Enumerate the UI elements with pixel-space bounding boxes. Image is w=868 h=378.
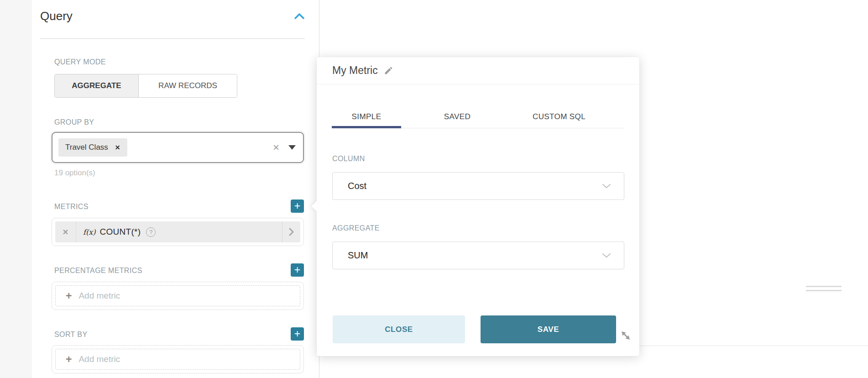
chevron-down-icon	[602, 253, 611, 258]
chevron-up-icon	[294, 13, 305, 20]
active-tab-indicator	[332, 126, 401, 128]
metrics-label: METRICS	[54, 203, 89, 211]
section-divider	[40, 38, 305, 39]
metrics-container: ✕ f(x) COUNT(*) ?	[52, 218, 304, 246]
metric-edit-popover: My Metric SIMPLE SAVED CUSTOM SQL COLUMN…	[317, 57, 639, 356]
tab-custom-sql[interactable]: CUSTOM SQL	[513, 105, 605, 128]
left-gutter	[0, 0, 32, 378]
group-by-label: GROUP BY	[54, 118, 94, 126]
edit-title-button[interactable]	[384, 66, 393, 75]
metric-name: COUNT(*)	[99, 227, 141, 237]
popover-header: My Metric	[317, 57, 639, 84]
query-section-header: Query	[40, 9, 305, 23]
dropdown-caret-icon[interactable]	[288, 145, 296, 150]
resize-popover-handle[interactable]	[619, 329, 632, 342]
percentage-metrics-container: + Add metric	[52, 282, 304, 310]
add-metric-placeholder: Add metric	[78, 354, 120, 364]
remove-metric-icon[interactable]: ✕	[55, 221, 76, 242]
page-title: Query	[40, 9, 73, 23]
tab-simple[interactable]: SIMPLE	[332, 105, 401, 128]
metric-title: My Metric	[332, 64, 378, 77]
chevron-down-icon	[602, 184, 611, 189]
sort-by-label: SORT BY	[54, 331, 87, 339]
add-metric-placeholder: Add metric	[78, 291, 120, 301]
add-percentage-metric-plus-button[interactable]: +	[291, 263, 304, 277]
expand-metric-button[interactable]	[282, 221, 300, 242]
plus-icon: +	[66, 290, 72, 302]
raw-records-mode-button[interactable]: RAW RECORDS	[139, 74, 237, 97]
metric-pill-body[interactable]: f(x) COUNT(*) ?	[76, 221, 282, 242]
aggregate-value: SUM	[348, 250, 368, 261]
tag-label: Travel Class	[65, 143, 108, 152]
chevron-right-icon	[289, 228, 294, 236]
collapse-section-button[interactable]	[294, 13, 305, 20]
add-percentage-metric-button[interactable]: + Add metric	[55, 285, 300, 306]
group-by-select[interactable]: Travel Class ✕ ×	[52, 132, 304, 163]
remove-tag-icon[interactable]: ✕	[115, 144, 120, 151]
options-count-hint: 19 option(s)	[54, 168, 95, 178]
query-mode-label: QUERY MODE	[54, 58, 106, 66]
add-metric-plus-button[interactable]: +	[291, 200, 304, 213]
plus-icon: +	[66, 353, 72, 366]
diagonal-resize-icon	[619, 329, 632, 342]
metric-tabs: SIMPLE SAVED CUSTOM SQL	[332, 105, 624, 128]
selected-option-tag: Travel Class ✕	[58, 138, 127, 157]
aggregate-mode-button[interactable]: AGGREGATE	[55, 74, 139, 97]
close-button[interactable]: CLOSE	[333, 315, 465, 343]
pencil-icon	[384, 66, 393, 75]
pane-drag-handle[interactable]	[806, 286, 842, 294]
save-button[interactable]: SAVE	[481, 315, 616, 343]
query-mode-toggle: AGGREGATE RAW RECORDS	[54, 74, 237, 98]
metric-pill: ✕ f(x) COUNT(*) ?	[55, 221, 300, 242]
add-sort-metric-button[interactable]: + Add metric	[55, 349, 300, 370]
drag-handle-bar	[806, 286, 842, 287]
percentage-metrics-label: PERCENTAGE METRICS	[54, 267, 142, 275]
column-label: COLUMN	[332, 155, 365, 163]
help-icon[interactable]: ?	[146, 227, 156, 237]
sort-by-container: + Add metric	[52, 345, 304, 373]
tab-saved[interactable]: SAVED	[423, 105, 492, 128]
select-controls: ×	[273, 142, 296, 153]
function-icon: f(x)	[83, 228, 95, 236]
add-sort-metric-plus-button[interactable]: +	[291, 327, 304, 341]
query-panel: Query QUERY MODE AGGREGATE RAW RECORDS G…	[32, 0, 319, 378]
explore-screen: Query QUERY MODE AGGREGATE RAW RECORDS G…	[0, 0, 868, 378]
clear-select-icon[interactable]: ×	[273, 142, 279, 153]
column-select[interactable]: Cost	[332, 172, 624, 200]
drag-handle-bar	[806, 290, 842, 291]
column-value: Cost	[348, 181, 366, 191]
aggregate-label: AGGREGATE	[332, 224, 380, 232]
aggregate-select[interactable]: SUM	[332, 242, 624, 269]
